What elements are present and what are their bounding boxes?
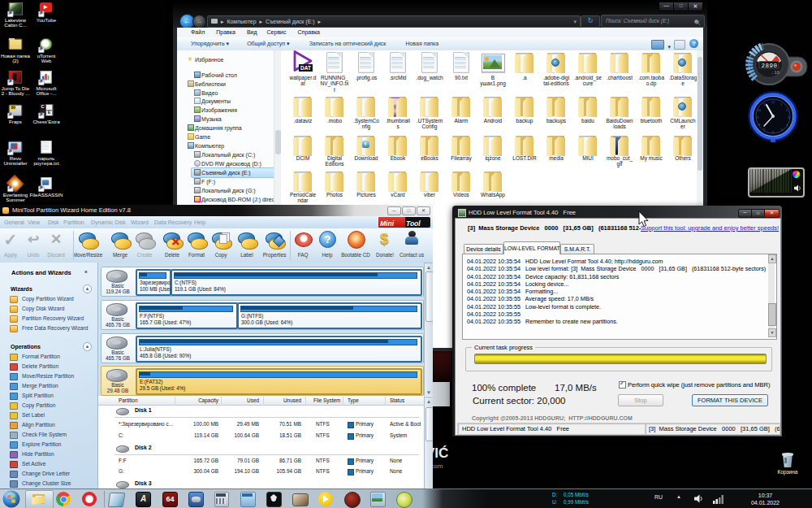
svg-text:10: 10 <box>758 108 762 112</box>
svg-text:12: 12 <box>771 100 775 104</box>
svg-text:.16: .16 <box>771 70 780 76</box>
svg-text:DAT: DAT <box>300 65 311 71</box>
svg-text:2890: 2890 <box>761 63 777 69</box>
